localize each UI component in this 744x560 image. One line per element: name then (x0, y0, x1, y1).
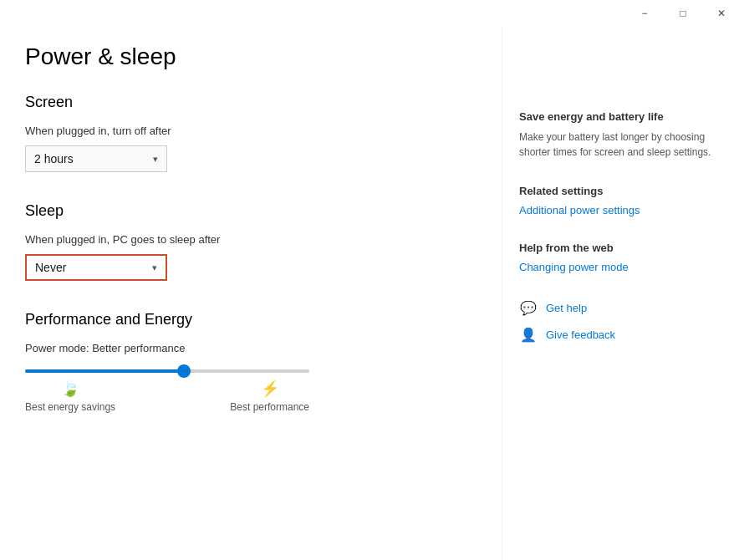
get-help-icon: 💬 (519, 298, 538, 317)
page-title: Power & sleep (25, 43, 468, 70)
slider-right-label: Best performance (230, 401, 309, 413)
screen-section: Screen When plugged in, turn off after 2… (25, 94, 468, 172)
power-mode-slider-container: 🍃 Best energy savings ⚡ Best performance (25, 369, 309, 413)
sleep-setting-label: When plugged in, PC goes to sleep after (25, 233, 468, 246)
screen-dropdown[interactable]: 2 hours ▾ (25, 145, 167, 172)
main-layout: Power & sleep Screen When plugged in, tu… (0, 27, 744, 560)
screen-dropdown-value: 2 hours (34, 152, 74, 165)
give-feedback-item[interactable]: 👤 Give feedback (519, 325, 719, 344)
slider-labels: 🍃 Best energy savings ⚡ Best performance (25, 379, 309, 413)
sleep-dropdown-arrow-icon: ▾ (152, 262, 157, 273)
slider-left-label-item: 🍃 Best energy savings (25, 379, 115, 413)
title-bar: − □ ✕ (0, 0, 744, 27)
tip-section: Save energy and battery life Make your b… (519, 110, 719, 160)
get-help-item[interactable]: 💬 Get help (519, 298, 719, 317)
give-feedback-link[interactable]: Give feedback (546, 328, 615, 341)
close-button[interactable]: ✕ (702, 0, 741, 27)
sleep-section: Sleep When plugged in, PC goes to sleep … (25, 202, 468, 281)
sleep-dropdown[interactable]: Never ▾ (25, 254, 167, 281)
maximize-button[interactable]: □ (664, 0, 702, 27)
slider-fill (25, 369, 184, 373)
power-mode-label: Power mode: Better performance (25, 342, 468, 354)
energy-savings-icon: 🍃 (61, 379, 79, 398)
slider-track (25, 369, 309, 373)
right-panel: Save energy and battery life Make your b… (502, 27, 719, 560)
slider-left-label: Best energy savings (25, 401, 115, 413)
sleep-dropdown-value: Never (35, 261, 66, 274)
help-title: Help from the web (519, 242, 719, 254)
performance-section-title: Performance and Energy (25, 311, 468, 328)
help-feedback-section: 💬 Get help 👤 Give feedback (519, 298, 719, 344)
screen-dropdown-arrow-icon: ▾ (153, 154, 158, 165)
tip-title: Save energy and battery life (519, 110, 719, 123)
related-settings-section: Related settings Additional power settin… (519, 185, 719, 216)
best-performance-icon: ⚡ (261, 379, 279, 398)
performance-section: Performance and Energy Power mode: Bette… (25, 311, 468, 413)
left-panel: Power & sleep Screen When plugged in, tu… (25, 27, 502, 560)
screen-section-title: Screen (25, 94, 468, 111)
give-feedback-icon: 👤 (519, 325, 538, 344)
screen-setting-label: When plugged in, turn off after (25, 125, 468, 137)
changing-power-mode-link[interactable]: Changing power mode (519, 261, 719, 273)
slider-thumb[interactable] (177, 364, 191, 378)
minimize-button[interactable]: − (625, 0, 664, 27)
help-section: Help from the web Changing power mode (519, 242, 719, 273)
related-settings-title: Related settings (519, 185, 719, 197)
slider-right-label-item: ⚡ Best performance (230, 379, 309, 413)
additional-power-settings-link[interactable]: Additional power settings (519, 204, 719, 216)
sleep-section-title: Sleep (25, 202, 468, 220)
tip-desc: Make your battery last longer by choosin… (519, 130, 719, 160)
get-help-link[interactable]: Get help (546, 302, 587, 314)
